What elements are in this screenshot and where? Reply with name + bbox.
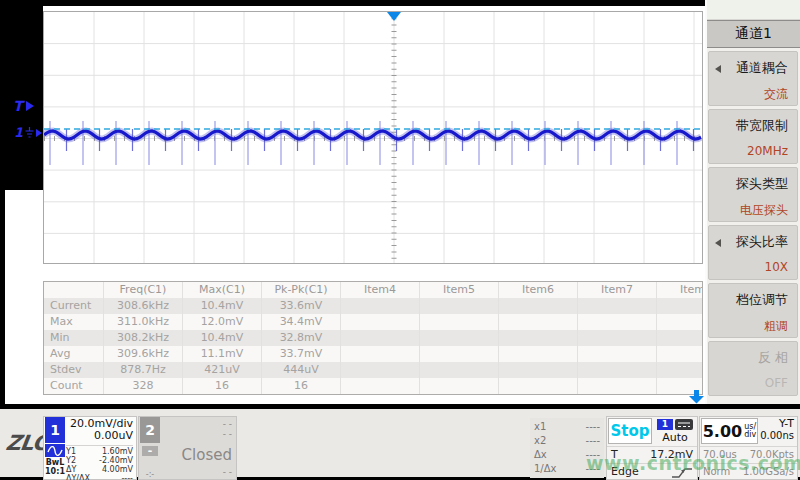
menu-item-label: 带宽限制 <box>709 117 788 135</box>
table-cell <box>341 314 420 330</box>
cursor-value: 1.60mV <box>102 447 133 456</box>
table-row-label: Max <box>44 314 104 330</box>
table-cell <box>499 362 578 378</box>
table-cell <box>657 330 703 346</box>
sample-rate: 1.00GSa/s <box>743 464 794 480</box>
table-cell <box>578 314 657 330</box>
menu-item-probe-ratio[interactable]: 探头比率 10X <box>708 225 798 280</box>
table-cell <box>499 298 578 314</box>
sidebar-title: 通道1 <box>707 20 800 48</box>
table-cell <box>420 346 499 362</box>
cursor-label: 1/Δx <box>534 462 557 476</box>
menu-item-bandwidth[interactable]: 带宽限制 20MHz <box>708 109 798 164</box>
menu-item-gear-adjust[interactable]: 档位调节 粗调 <box>708 283 798 338</box>
cursor-label: Δx <box>534 448 547 462</box>
table-cell <box>578 298 657 314</box>
table-cell <box>657 362 703 378</box>
menu-item-value: 交流 <box>709 86 788 103</box>
rising-edge-icon <box>671 466 693 479</box>
table-cell <box>420 330 499 346</box>
menu-item-coupling[interactable]: 通道耦合 交流 <box>708 51 798 106</box>
table-cell <box>499 330 578 346</box>
x-cursor-readouts: x1---- x2---- Δx---- 1/Δx---- <box>530 418 604 478</box>
cursor-value: ---- <box>586 448 600 462</box>
cursor-value: ---- <box>586 462 600 476</box>
table-cell: 33.6mV <box>262 298 341 314</box>
trigger-position-marker[interactable] <box>387 12 401 21</box>
table-row-label: Avg <box>44 346 104 362</box>
table-cell <box>578 330 657 346</box>
trigger-type: Edge <box>611 464 639 480</box>
table-header-cell <box>44 282 104 298</box>
trigger-level-value: 17.2mV <box>650 447 693 463</box>
table-row-label: Stdev <box>44 362 104 378</box>
table-row-label: Count <box>44 378 104 394</box>
probe-ratio-indicator: 10:1 <box>45 467 65 476</box>
cursor-label: Y2 <box>66 456 76 465</box>
chevron-left-icon <box>715 239 721 247</box>
channel1-ground-marker[interactable]: 1 <box>14 125 42 140</box>
chevron-left-icon <box>715 65 721 73</box>
table-scroll-down-icon[interactable] <box>688 390 705 404</box>
table-row-label: Current <box>44 298 104 314</box>
channel1-marker-label: 1 <box>14 125 23 140</box>
channel2-offset: - - <box>161 429 232 439</box>
channel2-badge[interactable]: 2 <box>140 417 160 443</box>
table-cell <box>657 346 703 362</box>
table-cell <box>657 314 703 330</box>
table-cell: 444uV <box>262 362 341 378</box>
table-cell <box>657 298 703 314</box>
trigger-mode[interactable]: Auto <box>662 431 688 444</box>
table-cell: 32.8mV <box>262 330 341 346</box>
record-time: 70.0us <box>703 447 737 463</box>
table-cell <box>341 330 420 346</box>
table-cell <box>341 346 420 362</box>
acquire-mode: Norm <box>703 464 730 480</box>
cursor-value: ---- <box>121 474 133 480</box>
table-cell <box>578 362 657 378</box>
trigger-coupling-icon <box>675 419 693 430</box>
measurement-table: Freq(C1)Max(C1)Pk-Pk(C1)Item4Item5Item6I… <box>43 281 703 395</box>
timebase-scale-value: 5.00 <box>703 422 742 441</box>
table-cell <box>420 378 499 394</box>
menu-item-value: 电压探头 <box>709 202 788 219</box>
table-header-cell: Pk-Pk(C1) <box>262 282 341 298</box>
table-cell <box>578 346 657 362</box>
channel1-offset: 0.00uV <box>66 430 133 442</box>
table-cell <box>420 298 499 314</box>
menu-item-value: 10X <box>709 260 788 274</box>
table-cell: 12.0mV <box>183 314 262 330</box>
waveform-plot[interactable] <box>43 11 703 264</box>
table-cell <box>341 378 420 394</box>
menu-item-value: OFF <box>709 376 788 390</box>
waveform-canvas <box>44 12 702 263</box>
run-state-button[interactable]: Stop <box>608 418 652 444</box>
cursor-label: ΔY/ΔX <box>66 474 90 480</box>
trigger-level-label: T <box>13 98 23 114</box>
table-cell: 16 <box>262 378 341 394</box>
channel2-coupling-icon: - <box>142 446 158 456</box>
trigger-level-marker[interactable]: T <box>13 98 34 114</box>
table-cell: 16 <box>183 378 262 394</box>
table-cell: 309.6kHz <box>104 346 183 362</box>
table-header-cell: Item4 <box>341 282 420 298</box>
left-edge <box>0 0 5 404</box>
timebase-status-block: 5.00 us/div Y-T 0.00ns 70.0us 70.0Kpts N… <box>699 416 798 480</box>
timebase-scale-button[interactable]: 5.00 us/div <box>701 418 758 444</box>
table-cell: 308.2kHz <box>104 330 183 346</box>
menu-item-label: 档位调节 <box>709 291 788 309</box>
status-bar-content: ZLG® 1 BwL 10:1 20.0mV/div 0.00uV Y11.60… <box>0 409 800 477</box>
cursor-label: Y1 <box>66 447 76 456</box>
trigger-source-badge[interactable]: 1 <box>657 419 673 430</box>
menu-item-probe-type[interactable]: 探头类型 电压探头 <box>708 167 798 222</box>
channel2-scale: - - <box>161 419 232 429</box>
channel1-status-block[interactable]: 1 BwL 10:1 20.0mV/div 0.00uV Y11.60mV Y2… <box>43 416 137 480</box>
menu-item-value: 粗调 <box>709 318 788 335</box>
table-header-cell: Item6 <box>499 282 578 298</box>
channel1-badge[interactable]: 1 <box>45 417 65 443</box>
table-cell: 11.1mV <box>183 346 262 362</box>
record-points: 70.0Kpts <box>750 447 794 463</box>
sidebar-top-strip <box>707 0 800 20</box>
table-cell: 33.7mV <box>262 346 341 362</box>
channel2-status-block[interactable]: 2 - -:- - - - - Closed - - <box>138 416 237 480</box>
